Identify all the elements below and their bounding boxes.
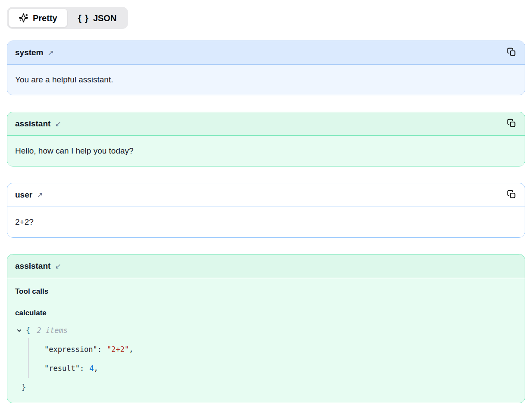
tool-calls-section: Tool calls calculate { 2 items "expressi… <box>7 278 525 403</box>
toggle-pretty[interactable]: Pretty <box>8 8 68 28</box>
braces-icon: { } <box>78 12 89 24</box>
message-card-system: system ↗ You are a helpful assistant. <box>7 41 525 95</box>
card-header: user ↗ <box>7 183 525 207</box>
json-value-string: "2+2" <box>107 343 129 355</box>
sparkles-icon <box>19 13 28 23</box>
json-entry-row: "result":4, <box>15 359 517 378</box>
json-colon: : <box>97 343 102 355</box>
message-content: Hello, how can I help you today? <box>7 136 525 166</box>
message-card-assistant-toolcall: assistant ↙ Tool calls calculate { 2 ite… <box>7 254 525 403</box>
toggle-json-label: JSON <box>93 13 116 24</box>
json-value-number: 4 <box>89 362 94 374</box>
copy-icon <box>507 119 516 129</box>
json-root-row: { 2 items <box>15 321 517 340</box>
copy-button[interactable] <box>506 189 517 201</box>
role-label: assistant <box>15 260 50 272</box>
json-comma: , <box>129 343 133 355</box>
toggle-pretty-label: Pretty <box>33 13 57 24</box>
tool-name: calculate <box>15 308 517 318</box>
json-entry-row: "expression":"2+2", <box>15 340 517 359</box>
tool-calls-title: Tool calls <box>15 286 517 297</box>
copy-button[interactable] <box>506 118 517 130</box>
view-toggle: Pretty { } JSON <box>7 7 128 29</box>
message-card-assistant: assistant ↙ Hello, how can I help you to… <box>7 112 525 166</box>
copy-button[interactable] <box>506 47 517 59</box>
role-label: system <box>15 47 44 59</box>
json-key: "expression" <box>44 343 97 355</box>
role-label: user <box>15 189 32 201</box>
arrow-up-right-icon: ↗ <box>48 47 54 59</box>
json-comma: , <box>94 362 98 374</box>
role-label: assistant <box>15 118 50 130</box>
indent-guide <box>28 338 29 378</box>
card-header: system ↗ <box>7 41 525 65</box>
open-brace: { <box>26 324 30 336</box>
message-card-user: user ↗ 2+2? <box>7 183 525 238</box>
toggle-json[interactable]: { } JSON <box>68 8 127 28</box>
json-key: "result" <box>44 362 80 374</box>
arrow-up-right-icon: ↗ <box>37 189 43 201</box>
message-content: 2+2? <box>7 207 525 237</box>
chevron-down-icon[interactable] <box>16 327 22 334</box>
close-brace: } <box>22 381 26 393</box>
copy-icon <box>507 47 516 58</box>
json-viewer: { 2 items "expression":"2+2", "result":4… <box>15 321 517 397</box>
message-content: You are a helpful assistant. <box>7 65 525 95</box>
arrow-down-left-icon: ↙ <box>55 118 61 130</box>
card-header: assistant ↙ <box>7 112 525 136</box>
copy-icon <box>507 190 516 200</box>
card-header: assistant ↙ <box>7 254 525 278</box>
arrow-down-left-icon: ↙ <box>55 260 61 272</box>
json-close-row: } <box>15 378 517 397</box>
transcript-page: Pretty { } JSON system ↗ You are a helpf… <box>0 0 532 407</box>
items-count-label: 2 items <box>37 324 68 336</box>
json-colon: : <box>80 362 84 374</box>
